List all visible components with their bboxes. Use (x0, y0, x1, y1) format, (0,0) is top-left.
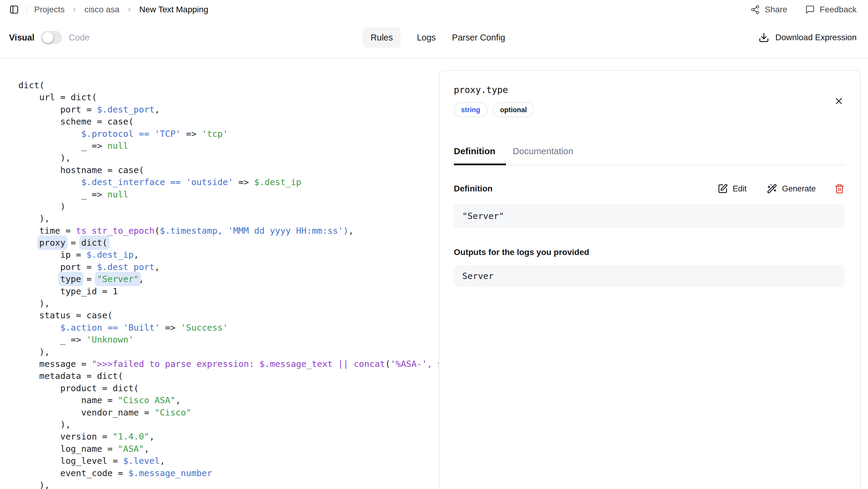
code-token[interactable] (18, 129, 81, 139)
code-token[interactable] (18, 177, 81, 187)
code-token[interactable]: url = dict( (18, 92, 97, 102)
code-token[interactable]: $.timestamp, 'MMM dd yyyy HH:mm:ss') (160, 226, 348, 236)
code-token-selected[interactable]: type (60, 274, 81, 284)
edit-button[interactable]: Edit (716, 183, 748, 194)
code-token[interactable]: , (139, 274, 144, 284)
code-token[interactable]: name = (18, 395, 118, 405)
code-token[interactable]: vendor_name = (18, 408, 155, 418)
code-token[interactable]: => (233, 177, 254, 187)
code-token[interactable]: event_code = (18, 468, 128, 478)
code-token[interactable]: , (155, 104, 160, 115)
code-token[interactable]: _ => (18, 141, 107, 151)
code-token[interactable]: time = (18, 226, 76, 236)
code-token[interactable]: type_id = 1 (18, 286, 118, 296)
code-token[interactable]: = (65, 238, 81, 248)
code-token[interactable]: $.message_number (128, 468, 212, 478)
code-token[interactable]: "ASA" (118, 444, 144, 454)
code-token[interactable]: 'tcp' (202, 129, 228, 139)
code-token-selected[interactable]: dict( (81, 238, 107, 248)
delete-definition-button[interactable] (834, 184, 845, 194)
tab-documentation[interactable]: Documentation (513, 146, 573, 165)
code-token[interactable]: "1.4.0" (113, 431, 149, 442)
code-token[interactable]: '%ASA-', (391, 359, 438, 369)
code-token[interactable]: 'Success' (181, 323, 228, 333)
tab-parser-config[interactable]: Parser Config (452, 27, 505, 48)
code-token[interactable]: null (107, 141, 128, 151)
code-token[interactable]: dict( (18, 80, 44, 90)
code-token[interactable]: $.dest_port (97, 262, 155, 272)
code-token[interactable]: ts_str_to_epoch (76, 226, 155, 236)
code-token[interactable]: , (160, 456, 165, 466)
definition-value-box[interactable]: "Server" (454, 204, 845, 228)
code-token-selected[interactable]: proxy (39, 238, 65, 248)
code-token[interactable]: message = (18, 359, 92, 369)
code-token[interactable]: metadata = dict( (18, 371, 123, 381)
code-token[interactable]: null (107, 189, 128, 199)
magic-wand-icon (767, 184, 777, 194)
code-token[interactable] (18, 323, 60, 333)
code-token[interactable]: port = (18, 262, 97, 272)
code-token[interactable]: ( (385, 359, 390, 369)
code-token[interactable]: ">>>failed to parse expression: $.messag… (92, 359, 385, 369)
generate-button[interactable]: Generate (765, 183, 817, 194)
code-token[interactable]: $.dest_interface == 'outside' (81, 177, 233, 187)
breadcrumb-current-page: New Text Mapping (139, 5, 208, 14)
code-token[interactable]: hostname = case( (18, 165, 144, 175)
code-token[interactable]: log_level = (18, 456, 123, 466)
close-panel-button[interactable] (834, 96, 844, 106)
code-token[interactable] (18, 274, 60, 284)
code-token[interactable]: $.dest_ip (254, 177, 301, 187)
code-token[interactable]: status = case( (18, 310, 113, 320)
code-token[interactable]: 'Unknown' (87, 334, 133, 345)
code-token[interactable]: _ => (18, 334, 87, 345)
code-token[interactable]: ), (18, 153, 71, 163)
code-token-selected[interactable]: "Server" (97, 274, 139, 284)
code-token[interactable]: ) (18, 201, 65, 211)
toggle-knob (42, 32, 53, 43)
code-token[interactable]: ip = (18, 250, 87, 260)
code-token[interactable]: , (155, 262, 160, 272)
code-token[interactable]: , (144, 444, 149, 454)
code-token[interactable]: = (81, 274, 97, 284)
code-token[interactable]: , (348, 226, 353, 236)
share-button[interactable]: Share (748, 4, 789, 15)
code-token[interactable]: $.dest_ip (87, 250, 133, 260)
code-token[interactable] (18, 238, 39, 248)
code-token[interactable]: port = (18, 104, 97, 115)
tab-rules[interactable]: Rules (363, 27, 401, 48)
code-token[interactable]: $.protocol == 'TCP' (81, 129, 181, 139)
code-token[interactable]: ), (18, 347, 50, 357)
breadcrumb-project-name[interactable]: cisco asa (84, 5, 120, 14)
code-token[interactable]: => (160, 323, 181, 333)
code-token[interactable]: $.dest_port (97, 104, 155, 115)
breadcrumb: Projects cisco asa New Text Mapping (34, 5, 208, 14)
code-token[interactable]: ), (18, 213, 50, 224)
code-token[interactable]: $.action == 'Built' (60, 323, 160, 333)
breadcrumb-projects[interactable]: Projects (34, 5, 65, 14)
panel-left-icon (9, 5, 19, 14)
sidebar-toggle-button[interactable] (7, 3, 21, 17)
code-token[interactable]: => (181, 129, 202, 139)
code-token[interactable]: log_name = (18, 444, 118, 454)
code-token[interactable]: product = dict( (18, 383, 139, 393)
code-token[interactable]: $.level (123, 456, 160, 466)
code-token[interactable]: , (133, 250, 139, 260)
code-token[interactable]: ), (18, 480, 50, 489)
code-token[interactable]: _ => (18, 189, 107, 199)
visual-code-toggle[interactable] (41, 31, 62, 44)
code-token[interactable]: ( (155, 226, 160, 236)
code-token[interactable]: version = (18, 431, 113, 442)
code-editor[interactable]: dict( url = dict( port = $.dest_port, sc… (0, 56, 439, 489)
code-token[interactable]: "Cisco" (155, 408, 191, 418)
feedback-button[interactable]: Feedback (803, 4, 858, 15)
code-token[interactable]: ), (18, 419, 71, 430)
code-token[interactable]: ), (18, 298, 50, 308)
code-token[interactable]: , (150, 431, 155, 442)
code-token[interactable]: , (176, 395, 181, 405)
tab-logs[interactable]: Logs (417, 27, 436, 48)
code-token[interactable]: "Cisco ASA" (118, 395, 176, 405)
code-token[interactable]: scheme = case( (18, 117, 133, 127)
share-icon (750, 5, 760, 14)
download-expression-button[interactable]: Download Expression (757, 32, 858, 43)
tab-definition[interactable]: Definition (454, 146, 495, 165)
